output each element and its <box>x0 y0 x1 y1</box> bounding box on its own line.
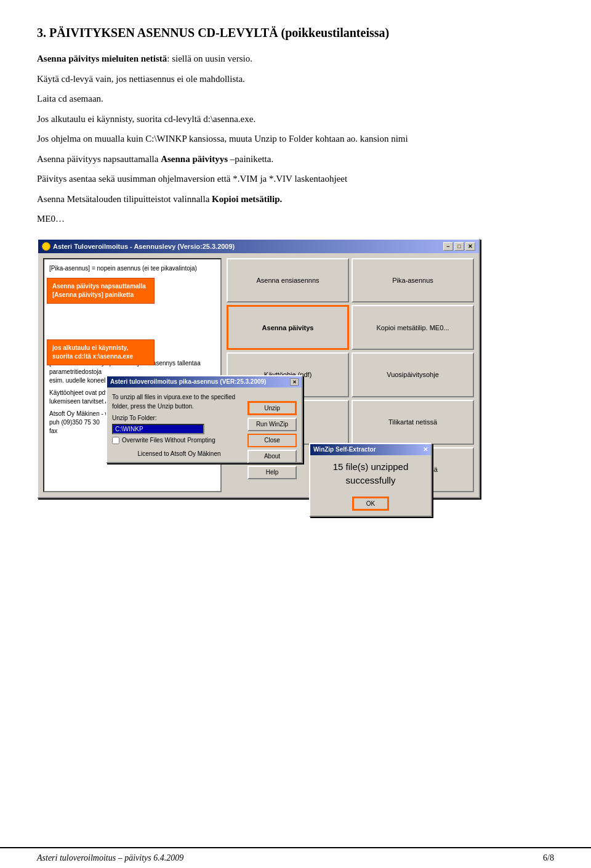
p1-rest: : siellä on uusin versio. <box>167 54 252 63</box>
inner-dialog-titlebar: Asteri tuloveroilmoitus pika-asennus (VE… <box>107 376 302 387</box>
p1-bold: Asenna päivitys mieluiten netistä <box>37 54 167 63</box>
overwrite-checkbox[interactable] <box>112 437 119 444</box>
btn-vuosipaivitysohje[interactable]: Vuosipäivitysohje <box>352 352 474 397</box>
p6-text: Asenna päivityys napsauttamalla <box>37 154 161 164</box>
footer-page: 6/8 <box>543 853 554 863</box>
callout2-line1: jos alkutaulu ei käynnisty, <box>52 344 149 352</box>
paragraph-4: Jos alkutaulu ei käynnisty, suorita cd-l… <box>37 112 554 126</box>
callout-box-1: Asenna päivitys napsauttamalla [Asenna p… <box>47 278 155 304</box>
main-dialog-titlebar: Asteri Tuloveroilmoitus - Asennuslevy (V… <box>38 240 479 253</box>
main-dialog-backdrop: Asteri Tuloveroilmoitus - Asennuslevy (V… <box>37 238 505 498</box>
close-button-main[interactable]: ✕ <box>465 242 475 251</box>
paragraph-5: Jos ohjelma on muualla kuin C:\WINKP kan… <box>37 132 554 146</box>
folder-input-row <box>112 424 246 434</box>
main-dialog: Asteri Tuloveroilmoitus - Asennuslevy (V… <box>37 238 480 498</box>
page-heading: 3. PÄIVITYKSEN ASENNUS CD-LEVYLTÄ (poikk… <box>37 25 554 41</box>
page-footer: Asteri tuloveroilmoitus – päivitys 6.4.2… <box>0 847 591 868</box>
callout2-line2: suorita cd:ltä x:\asenna.exe <box>52 352 149 361</box>
btn-asenna-paivitys[interactable]: Asenna päivitys <box>227 305 349 350</box>
btn-run-winzip[interactable]: Run WinZip <box>247 418 297 431</box>
extractor-dialog: WinZip Self-Extractor ✕ 15 file(s) unzip… <box>309 443 432 517</box>
titlebar-controls: − □ ✕ <box>443 242 475 251</box>
maximize-button[interactable]: □ <box>454 242 464 251</box>
callout1-line1: Asenna päivitys napsauttamalla <box>52 282 149 291</box>
btn-ensiasennns[interactable]: Asenna ensiasennns <box>227 258 349 303</box>
unzip-folder-row: Unzip To Folder: <box>112 415 246 421</box>
titlebar-icon <box>42 242 50 251</box>
left-panel-line1: [Pika-asennus] = nopein asennus (ei tee … <box>49 264 215 273</box>
inner-dialog: Asteri tuloveroilmoitus pika-asennus (VE… <box>106 375 303 463</box>
p6-bold: Asenna päivityys <box>161 154 228 164</box>
minimize-button[interactable]: − <box>443 242 453 251</box>
btn-extractor-ok[interactable]: OK <box>352 497 389 511</box>
licensed-text: Licensed to Atsoft Oy Mäkinen <box>112 450 246 457</box>
paragraph-7: Päivitys asentaa sekä uusimman ohjelmave… <box>37 172 554 186</box>
extractor-titlebar: WinZip Self-Extractor ✕ <box>310 444 431 455</box>
inner-close-button[interactable]: ✕ <box>290 378 299 386</box>
btn-inner-close[interactable]: Close <box>247 434 297 447</box>
p6-rest: –painiketta. <box>228 154 273 164</box>
extractor-title: WinZip Self-Extractor <box>313 446 376 453</box>
btn-about[interactable]: About <box>247 450 297 463</box>
extractor-close-btn[interactable]: ✕ <box>423 446 428 453</box>
btn-unzip[interactable]: Unzip <box>247 401 297 415</box>
p8-bold: Kopioi metsätilip. <box>212 194 282 204</box>
p8-text: Asenna Metsätalouden tilipuitteistot val… <box>37 194 212 204</box>
btn-tilikartat[interactable]: Tilikartat netissä <box>352 400 474 445</box>
btn-pika-asennus[interactable]: Pika-asennus <box>352 258 474 303</box>
paragraph-1: Asenna päivitys mieluiten netistä: siell… <box>37 52 554 66</box>
extractor-text: 15 file(s) unzipped successfully <box>315 460 426 488</box>
callout1-line2: [Asenna päivitys] painiketta <box>52 291 149 299</box>
inner-dialog-body: To unzip all files in vipura.exe to the … <box>107 387 302 462</box>
callout-box-2: jos alkutaulu ei käynnisty, suorita cd:l… <box>47 339 155 365</box>
paragraph-9: ME0… <box>37 212 554 226</box>
inner-dialog-title: Asteri tuloveroilmoitus pika-asennus (VE… <box>110 378 266 385</box>
titlebar-left: Asteri Tuloveroilmoitus - Asennuslevy (V… <box>42 242 235 251</box>
overwrite-label: Overwrite Files Without Prompting <box>122 437 215 444</box>
inner-btn-col: Unzip Run WinZip Close About Help <box>247 401 297 479</box>
main-dialog-title: Asteri Tuloveroilmoitus - Asennuslevy (V… <box>53 243 235 250</box>
paragraph-6: Asenna päivityys napsauttamalla Asenna p… <box>37 152 554 166</box>
paragraph-8: Asenna Metsätalouden tilipuitteistot val… <box>37 192 554 206</box>
btn-kopioi-metsatilip[interactable]: Kopioi metsätilip. ME0... <box>352 305 474 350</box>
checkbox-row: Overwrite Files Without Prompting <box>112 437 246 444</box>
paragraph-3: Laita cd asemaan. <box>37 92 554 106</box>
folder-input[interactable] <box>112 424 204 434</box>
inner-body-text: To unzip all files in vipura.exe to the … <box>112 392 246 411</box>
extractor-body: 15 file(s) unzipped successfully OK <box>310 455 431 516</box>
unzip-label: Unzip To Folder: <box>112 415 157 421</box>
btn-help[interactable]: Help <box>247 466 297 479</box>
footer-title: Asteri tuloveroilmoitus – päivitys 6.4.2… <box>37 853 183 863</box>
paragraph-2: Käytä cd-levyä vain, jos nettiasennus ei… <box>37 72 554 86</box>
